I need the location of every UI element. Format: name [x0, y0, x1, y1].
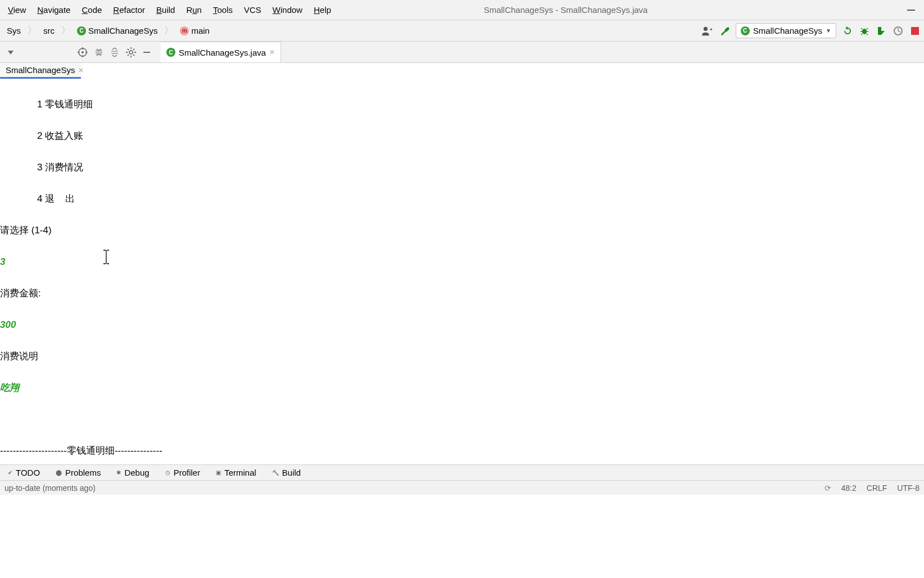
method-icon: m	[180, 26, 189, 35]
svg-point-1	[862, 29, 867, 34]
svg-point-5	[81, 51, 84, 53]
dropdown-icon[interactable]	[7, 48, 15, 56]
crumb-class[interactable]: CSmallChanageSys	[74, 24, 161, 37]
chevron-down-icon: ▼	[826, 28, 831, 34]
menu-view[interactable]: View	[2, 3, 31, 17]
run-config-name: SmallChanageSys	[753, 26, 822, 35]
check-icon: ✔	[8, 469, 12, 476]
sync-icon[interactable]: ⟳	[825, 484, 831, 493]
output-line: 消费金额:	[0, 286, 924, 301]
menu-help[interactable]: Help	[308, 3, 337, 17]
crumb-project[interactable]: Sys	[3, 24, 24, 37]
menu-navigate[interactable]: Navigate	[31, 3, 76, 17]
collapse-icon[interactable]	[110, 48, 119, 57]
crumb-method[interactable]: mmain	[176, 24, 213, 37]
menu-tools[interactable]: Tools	[207, 3, 238, 17]
user-icon[interactable]	[702, 25, 713, 37]
menu-run[interactable]: Run	[180, 3, 207, 17]
console-output[interactable]: 1 零钱通明细 2 收益入账 3 消费情况 4 退 出 请选择 (1-4) 3 …	[0, 79, 924, 464]
clock-icon: ◷	[165, 469, 170, 476]
menu-code[interactable]: Code	[76, 3, 107, 17]
output-line: 消费说明	[0, 349, 924, 364]
svg-rect-3	[911, 27, 919, 35]
debug-icon[interactable]	[859, 25, 870, 37]
tab-profiler[interactable]: ◷ Profiler	[157, 468, 209, 477]
window-controls	[907, 10, 922, 11]
rerun-icon[interactable]	[842, 25, 853, 37]
input-line: 3	[0, 254, 924, 270]
class-icon: C	[166, 48, 175, 57]
alert-icon: ⬤	[56, 469, 62, 476]
tab-build[interactable]: 🔨 Build	[264, 468, 309, 477]
breadcrumb: Sys 〉 src 〉 CSmallChanageSys 〉 mmain	[3, 24, 213, 37]
target-icon[interactable]	[78, 47, 88, 57]
statusbar: up-to-date (moments ago) ⟳ 48:2 CRLF UTF…	[0, 480, 924, 495]
file-encoding[interactable]: UTF-8	[897, 484, 920, 493]
menu-build[interactable]: Build	[151, 3, 180, 17]
class-icon: C	[741, 26, 750, 35]
file-tab-label: SmallChanageSys.java	[179, 48, 266, 57]
svg-point-6	[129, 51, 133, 54]
tab-debug[interactable]: ✱ Debug	[108, 468, 157, 477]
input-line: 吃翔	[0, 380, 924, 396]
expand-icon[interactable]	[94, 48, 103, 57]
menubar: View Navigate Code Refactor Build Run To…	[0, 0, 924, 20]
close-icon[interactable]: ✕	[78, 66, 84, 74]
gear-icon[interactable]	[126, 47, 136, 57]
editor-toolrow: C SmallChanageSys.java ✕	[0, 42, 924, 63]
statusbar-right: ⟳ 48:2 CRLF UTF-8	[825, 484, 920, 493]
close-icon[interactable]: ✕	[269, 48, 275, 56]
status-message: up-to-date (moments ago)	[4, 484, 96, 493]
input-line: 300	[0, 317, 924, 333]
svg-point-0	[703, 26, 707, 30]
menu-vcs[interactable]: VCS	[238, 3, 267, 17]
console-tab-bar: SmallChanageSys ✕	[0, 63, 81, 79]
crumb-src[interactable]: src	[40, 24, 58, 37]
output-line: 2 收益入账	[0, 128, 924, 144]
bug-icon: ✱	[116, 469, 121, 476]
profile-icon[interactable]	[893, 25, 904, 37]
minimize-icon[interactable]	[907, 10, 915, 11]
run-config-select[interactable]: C SmallChanageSys ▼	[736, 23, 836, 38]
stop-icon[interactable]	[909, 25, 921, 37]
window-title: SmallChanageSys - SmallChanageSys.java	[337, 5, 907, 15]
minus-icon[interactable]	[143, 48, 151, 56]
output-line: 1 零钱通明细	[0, 97, 924, 112]
console-tab-label: SmallChanageSys	[6, 65, 75, 75]
output-line: ---------------------零钱通明细--------------…	[0, 443, 924, 459]
text-cursor-icon	[103, 250, 110, 264]
output-line: 4 退 出	[0, 191, 924, 207]
chevron-icon: 〉	[163, 25, 174, 37]
chevron-icon: 〉	[26, 25, 38, 37]
tab-todo[interactable]: ✔ TODO	[0, 468, 48, 477]
chevron-icon: 〉	[60, 25, 71, 37]
tab-terminal[interactable]: ▣ Terminal	[208, 468, 264, 477]
toolbar-right: C SmallChanageSys ▼	[702, 23, 921, 38]
console-tab[interactable]: SmallChanageSys ✕	[0, 63, 89, 77]
bottom-tab-bar: ✔ TODO ⬤ Problems ✱ Debug ◷ Profiler ▣ T…	[0, 464, 924, 480]
hammer-icon: 🔨	[272, 469, 279, 476]
coverage-icon[interactable]	[876, 25, 887, 37]
file-tab[interactable]: C SmallChanageSys.java ✕	[161, 42, 281, 62]
output-line	[0, 412, 924, 427]
tab-problems[interactable]: ⬤ Problems	[48, 468, 108, 477]
line-separator[interactable]: CRLF	[867, 484, 887, 493]
menu-window[interactable]: Window	[267, 3, 308, 17]
cursor-position[interactable]: 48:2	[841, 484, 857, 493]
menu-refactor[interactable]: Refactor	[107, 3, 151, 17]
hammer-build-icon[interactable]	[719, 25, 730, 37]
output-line: 3 消费情况	[0, 160, 924, 175]
output-line: 请选择 (1-4)	[0, 223, 924, 238]
terminal-icon: ▣	[216, 469, 221, 476]
toolbar: Sys 〉 src 〉 CSmallChanageSys 〉 mmain C S…	[0, 20, 924, 42]
class-icon: C	[77, 26, 86, 35]
